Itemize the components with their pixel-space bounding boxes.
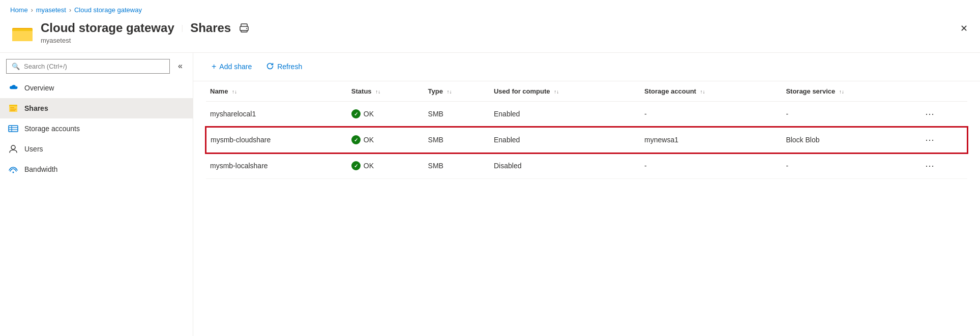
sort-type-icon[interactable]: ↑↓ [447,89,452,95]
sidebar-item-storage-label: Storage accounts [24,125,80,133]
table-body: mysharelocal1 ✓ OK SMB Enabled [206,101,967,178]
sort-status-icon[interactable]: ↑↓ [375,89,380,95]
status-ok-badge-2: ✓ OK [351,135,420,144]
row2-type: SMB [424,127,490,153]
page-container: Home › myasetest › Cloud storage gateway… [0,0,980,336]
row2-more-button[interactable]: ··· [922,134,937,146]
print-icon [239,23,249,33]
col-actions [918,81,967,102]
row2-compute: Enabled [490,127,640,153]
row3-storage-account: - [640,153,782,179]
bandwidth-icon [8,164,18,174]
sidebar: 🔍 « Overview [0,53,193,336]
status-green-icon: ✓ [351,109,361,118]
table-row-highlighted: mysmb-cloudshare ✓ OK SMB Enable [206,127,967,153]
status-green-icon-3: ✓ [351,161,361,170]
table-row: mysmb-localshare ✓ OK SMB Disabl [206,153,967,179]
sort-compute-icon[interactable]: ↑↓ [554,89,559,95]
users-icon [8,144,18,154]
sidebar-item-bandwidth-label: Bandwidth [24,165,57,173]
sidebar-item-users[interactable]: Users [0,139,193,159]
svg-rect-2 [12,31,33,41]
shares-table: Name ↑↓ Status ↑↓ Type ↑↓ [205,81,968,179]
row3-actions: ··· [918,153,967,179]
sidebar-item-shares[interactable]: Shares [0,98,193,118]
add-icon: + [212,62,216,71]
sort-storage-service-icon[interactable]: ↑↓ [839,89,844,95]
print-button[interactable] [235,21,253,35]
sort-storage-account-icon[interactable]: ↑↓ [700,89,705,95]
row3-status: ✓ OK [347,153,424,179]
search-box: 🔍 [6,59,170,74]
table-header: Name ↑↓ Status ↑↓ Type ↑↓ [206,81,967,102]
header: Home › myasetest › Cloud storage gateway… [0,0,980,53]
cloud-icon [8,83,18,93]
title-row: Cloud storage gateway | Shares myasetest [10,17,970,52]
row3-type: SMB [424,153,490,179]
svg-rect-10 [10,109,16,110]
svg-point-17 [13,171,14,173]
toolbar: + Add share Refresh [193,53,980,81]
breadcrumb-sep-2: › [69,7,71,14]
status-green-icon-2: ✓ [351,135,361,144]
row1-actions: ··· [918,101,967,127]
status-ok-badge-3: ✓ OK [351,161,420,170]
row1-name: mysharelocal1 [206,101,347,127]
col-status: Status ↑↓ [347,81,424,102]
status-ok-badge: ✓ OK [351,109,420,118]
page-title: Cloud storage gateway [41,21,174,36]
sidebar-item-overview-label: Overview [24,84,54,92]
breadcrumb-myasetest[interactable]: myasetest [36,6,66,14]
sort-name-icon[interactable]: ↑↓ [232,89,237,95]
row3-compute: Disabled [490,153,640,179]
row1-storage-account: - [640,101,782,127]
row2-name: mysmb-cloudshare [206,127,347,153]
refresh-label: Refresh [277,63,302,71]
search-input[interactable] [24,63,164,70]
storage-accounts-icon [8,124,18,134]
add-share-button[interactable]: + Add share [205,59,258,74]
col-name: Name ↑↓ [206,81,347,102]
row1-status: ✓ OK [347,101,424,127]
col-used-for-compute: Used for compute ↑↓ [490,81,640,102]
row2-storage-account: mynewsa1 [640,127,782,153]
sidebar-item-overview[interactable]: Overview [0,78,193,98]
table-row: mysharelocal1 ✓ OK SMB Enabled [206,101,967,127]
refresh-button[interactable]: Refresh [260,59,308,75]
col-storage-account: Storage account ↑↓ [640,81,782,102]
refresh-icon [266,62,274,72]
svg-rect-9 [10,107,14,108]
breadcrumb-current: Cloud storage gateway [74,6,142,14]
shares-icon [8,103,18,113]
col-type: Type ↑↓ [424,81,490,102]
title-text-group: Cloud storage gateway | Shares myasetest [41,21,253,44]
row2-storage-service: Block Blob [782,127,918,153]
search-icon: 🔍 [12,63,20,70]
sidebar-item-storage-accounts[interactable]: Storage accounts [0,118,193,139]
breadcrumb-home[interactable]: Home [10,6,28,14]
row2-actions: ··· [918,127,967,153]
folder-icon [12,24,33,41]
nav-items: Overview Shares [0,78,193,179]
sidebar-item-bandwidth[interactable]: Bandwidth [0,159,193,179]
sidebar-item-shares-label: Shares [24,104,48,112]
resource-icon [10,22,35,43]
table-container: Name ↑↓ Status ↑↓ Type ↑↓ [193,81,980,336]
sidebar-item-users-label: Users [24,145,43,153]
search-container: 🔍 « [0,53,193,78]
close-button[interactable]: ✕ [958,21,970,36]
row1-more-button[interactable]: ··· [922,108,937,120]
row3-more-button[interactable]: ··· [922,160,937,172]
title-inline: Cloud storage gateway | Shares [41,21,253,36]
svg-point-6 [246,28,247,29]
svg-point-16 [11,145,15,149]
row3-storage-service: - [782,153,918,179]
add-share-label: Add share [219,63,252,71]
breadcrumb-sep-1: › [31,7,33,14]
content-area: + Add share Refresh [193,53,980,336]
main-container: 🔍 « Overview [0,53,980,336]
row2-status: ✓ OK [347,127,424,153]
breadcrumb: Home › myasetest › Cloud storage gateway [10,0,970,17]
collapse-sidebar-button[interactable]: « [174,59,187,73]
row3-name: mysmb-localshare [206,153,347,179]
